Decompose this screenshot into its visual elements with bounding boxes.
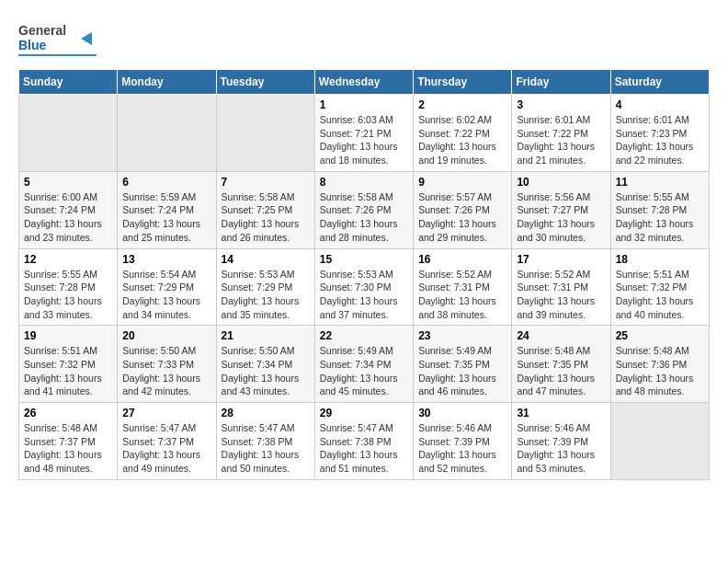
calendar-cell: 9Sunrise: 5:57 AMSunset: 7:26 PMDaylight… xyxy=(414,171,512,248)
day-number: 1 xyxy=(320,98,408,111)
calendar-table: SundayMondayTuesdayWednesdayThursdayFrid… xyxy=(18,69,710,480)
day-info: Sunrise: 5:55 AMSunset: 7:28 PMDaylight:… xyxy=(616,190,704,245)
day-number: 21 xyxy=(222,329,310,342)
calendar-cell: 29Sunrise: 5:47 AMSunset: 7:38 PMDayligh… xyxy=(314,403,413,480)
day-header-monday: Monday xyxy=(118,70,216,95)
day-info: Sunrise: 5:51 AMSunset: 7:32 PMDaylight:… xyxy=(616,268,704,322)
calendar-cell: 24Sunrise: 5:48 AMSunset: 7:35 PMDayligh… xyxy=(512,326,610,403)
calendar-cell: 11Sunrise: 5:55 AMSunset: 7:28 PMDayligh… xyxy=(610,171,709,248)
calendar-cell xyxy=(19,95,118,172)
day-info: Sunrise: 5:46 AMSunset: 7:39 PMDaylight:… xyxy=(517,421,605,476)
day-number: 24 xyxy=(517,329,605,342)
day-info: Sunrise: 5:49 AMSunset: 7:34 PMDaylight:… xyxy=(320,344,408,398)
day-number: 9 xyxy=(418,176,506,189)
day-info: Sunrise: 5:58 AMSunset: 7:26 PMDaylight:… xyxy=(320,190,408,245)
calendar-cell xyxy=(610,403,709,480)
day-number: 14 xyxy=(222,253,310,266)
day-number: 2 xyxy=(418,98,506,111)
day-number: 3 xyxy=(517,98,605,111)
calendar-cell: 17Sunrise: 5:52 AMSunset: 7:31 PMDayligh… xyxy=(512,248,610,326)
day-number: 23 xyxy=(418,329,506,342)
calendar-body: 1Sunrise: 6:03 AMSunset: 7:21 PMDaylight… xyxy=(19,95,710,480)
week-row: 26Sunrise: 5:48 AMSunset: 7:37 PMDayligh… xyxy=(19,403,710,480)
day-header-tuesday: Tuesday xyxy=(216,70,314,95)
day-info: Sunrise: 5:50 AMSunset: 7:33 PMDaylight:… xyxy=(122,344,210,398)
day-number: 29 xyxy=(320,407,408,419)
calendar-cell: 13Sunrise: 5:54 AMSunset: 7:29 PMDayligh… xyxy=(118,248,216,326)
calendar-cell: 15Sunrise: 5:53 AMSunset: 7:30 PMDayligh… xyxy=(314,248,413,326)
calendar-cell: 5Sunrise: 6:00 AMSunset: 7:24 PMDaylight… xyxy=(19,171,118,248)
logo: General Blue xyxy=(18,18,101,60)
svg-marker-2 xyxy=(81,32,92,45)
calendar-cell xyxy=(118,95,216,172)
day-number: 30 xyxy=(418,407,506,419)
day-number: 18 xyxy=(616,253,704,266)
day-number: 11 xyxy=(616,176,704,189)
day-number: 8 xyxy=(320,176,408,189)
day-number: 13 xyxy=(122,253,210,266)
calendar-cell: 25Sunrise: 5:48 AMSunset: 7:36 PMDayligh… xyxy=(610,326,709,403)
calendar-cell: 21Sunrise: 5:50 AMSunset: 7:34 PMDayligh… xyxy=(216,326,314,403)
calendar-cell: 6Sunrise: 5:59 AMSunset: 7:24 PMDaylight… xyxy=(118,171,216,248)
calendar-cell: 8Sunrise: 5:58 AMSunset: 7:26 PMDaylight… xyxy=(314,171,413,248)
day-info: Sunrise: 5:48 AMSunset: 7:36 PMDaylight:… xyxy=(616,344,704,398)
calendar-cell: 3Sunrise: 6:01 AMSunset: 7:22 PMDaylight… xyxy=(512,95,610,172)
day-info: Sunrise: 5:49 AMSunset: 7:35 PMDaylight:… xyxy=(418,344,506,398)
day-header-wednesday: Wednesday xyxy=(314,70,413,95)
calendar-cell: 18Sunrise: 5:51 AMSunset: 7:32 PMDayligh… xyxy=(610,248,709,326)
day-info: Sunrise: 5:47 AMSunset: 7:38 PMDaylight:… xyxy=(222,421,310,476)
day-number: 15 xyxy=(320,253,408,266)
calendar-cell: 12Sunrise: 5:55 AMSunset: 7:28 PMDayligh… xyxy=(19,248,118,326)
week-row: 1Sunrise: 6:03 AMSunset: 7:21 PMDaylight… xyxy=(19,95,710,172)
day-number: 20 xyxy=(122,329,210,342)
calendar-cell: 14Sunrise: 5:53 AMSunset: 7:29 PMDayligh… xyxy=(216,248,314,326)
day-info: Sunrise: 5:48 AMSunset: 7:37 PMDaylight:… xyxy=(24,421,112,476)
day-info: Sunrise: 5:58 AMSunset: 7:25 PMDaylight:… xyxy=(222,190,310,245)
week-row: 19Sunrise: 5:51 AMSunset: 7:32 PMDayligh… xyxy=(19,326,710,403)
calendar-cell: 27Sunrise: 5:47 AMSunset: 7:37 PMDayligh… xyxy=(118,403,216,480)
day-number: 17 xyxy=(517,253,605,266)
calendar-cell: 22Sunrise: 5:49 AMSunset: 7:34 PMDayligh… xyxy=(314,326,413,403)
day-number: 10 xyxy=(517,176,605,189)
week-row: 5Sunrise: 6:00 AMSunset: 7:24 PMDaylight… xyxy=(19,171,710,248)
day-number: 16 xyxy=(418,253,506,266)
day-info: Sunrise: 5:47 AMSunset: 7:38 PMDaylight:… xyxy=(320,421,408,476)
day-info: Sunrise: 5:54 AMSunset: 7:29 PMDaylight:… xyxy=(122,268,210,322)
day-info: Sunrise: 5:53 AMSunset: 7:30 PMDaylight:… xyxy=(320,268,408,322)
day-number: 31 xyxy=(517,407,605,419)
day-number: 12 xyxy=(24,253,112,266)
day-info: Sunrise: 5:59 AMSunset: 7:24 PMDaylight:… xyxy=(122,190,210,245)
calendar-cell: 7Sunrise: 5:58 AMSunset: 7:25 PMDaylight… xyxy=(216,171,314,248)
day-number: 6 xyxy=(122,176,210,189)
day-info: Sunrise: 5:53 AMSunset: 7:29 PMDaylight:… xyxy=(222,268,310,322)
calendar-cell: 28Sunrise: 5:47 AMSunset: 7:38 PMDayligh… xyxy=(216,403,314,480)
day-info: Sunrise: 5:57 AMSunset: 7:26 PMDaylight:… xyxy=(418,190,506,245)
calendar-cell: 1Sunrise: 6:03 AMSunset: 7:21 PMDaylight… xyxy=(314,95,413,172)
day-info: Sunrise: 5:52 AMSunset: 7:31 PMDaylight:… xyxy=(517,268,605,322)
day-info: Sunrise: 6:01 AMSunset: 7:23 PMDaylight:… xyxy=(616,113,704,167)
calendar-cell: 31Sunrise: 5:46 AMSunset: 7:39 PMDayligh… xyxy=(512,403,610,480)
day-header-friday: Friday xyxy=(512,70,610,95)
day-header-sunday: Sunday xyxy=(19,70,118,95)
day-info: Sunrise: 5:50 AMSunset: 7:34 PMDaylight:… xyxy=(222,344,310,398)
day-info: Sunrise: 5:46 AMSunset: 7:39 PMDaylight:… xyxy=(418,421,506,476)
day-info: Sunrise: 5:56 AMSunset: 7:27 PMDaylight:… xyxy=(517,190,605,245)
day-number: 4 xyxy=(616,98,704,111)
day-number: 7 xyxy=(222,176,310,189)
day-number: 28 xyxy=(222,407,310,419)
day-number: 19 xyxy=(24,329,112,342)
calendar-cell: 23Sunrise: 5:49 AMSunset: 7:35 PMDayligh… xyxy=(414,326,512,403)
calendar-cell: 26Sunrise: 5:48 AMSunset: 7:37 PMDayligh… xyxy=(19,403,118,480)
page-header: General Blue xyxy=(18,18,710,60)
calendar-cell: 20Sunrise: 5:50 AMSunset: 7:33 PMDayligh… xyxy=(118,326,216,403)
calendar-cell xyxy=(216,95,314,172)
day-number: 26 xyxy=(24,407,112,419)
calendar-cell: 19Sunrise: 5:51 AMSunset: 7:32 PMDayligh… xyxy=(19,326,118,403)
day-info: Sunrise: 6:03 AMSunset: 7:21 PMDaylight:… xyxy=(320,113,408,167)
svg-text:General: General xyxy=(18,23,66,38)
calendar-cell: 4Sunrise: 6:01 AMSunset: 7:23 PMDaylight… xyxy=(610,95,709,172)
day-info: Sunrise: 5:47 AMSunset: 7:37 PMDaylight:… xyxy=(122,421,210,476)
day-header-thursday: Thursday xyxy=(414,70,512,95)
day-info: Sunrise: 6:00 AMSunset: 7:24 PMDaylight:… xyxy=(24,190,112,245)
day-info: Sunrise: 6:01 AMSunset: 7:22 PMDaylight:… xyxy=(517,113,605,167)
